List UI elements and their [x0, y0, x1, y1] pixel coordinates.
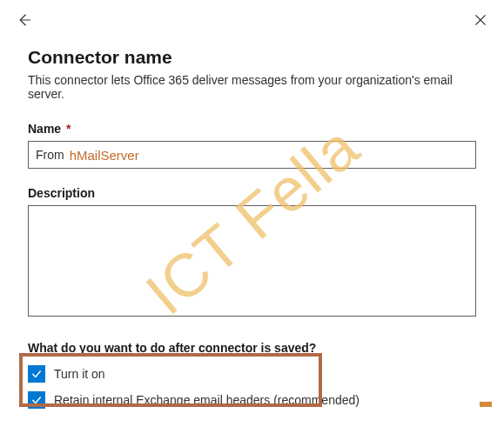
checkbox-retain-headers[interactable]	[28, 391, 45, 409]
name-input[interactable]: From hMailServer	[28, 141, 476, 169]
checkbox-row-retain-headers[interactable]: Retain internal Exchange email headers (…	[28, 391, 476, 409]
decorative-mark	[480, 402, 492, 407]
checkbox-label-retain-headers: Retain internal Exchange email headers (…	[54, 393, 360, 407]
back-button[interactable]	[12, 9, 35, 35]
arrow-left-icon	[16, 12, 31, 28]
checkbox-label-turn-on: Turn it on	[54, 367, 105, 381]
name-label-text: Name	[28, 122, 61, 136]
description-input[interactable]	[28, 205, 476, 317]
name-input-value: hMailServer	[70, 148, 139, 163]
name-input-prefix: From	[36, 148, 64, 162]
required-indicator: *	[66, 122, 71, 136]
name-label: Name *	[28, 122, 476, 136]
checkbox-turn-on[interactable]	[28, 365, 45, 383]
close-icon	[473, 12, 488, 28]
after-save-heading: What do you want to do after connector i…	[28, 341, 476, 355]
check-icon	[30, 394, 43, 406]
check-icon	[30, 368, 43, 380]
checkbox-row-turn-on[interactable]: Turn it on	[28, 365, 476, 383]
page-title: Connector name	[28, 47, 476, 68]
page-subtitle: This connector lets Office 365 deliver m…	[28, 73, 476, 101]
description-label: Description	[28, 186, 476, 200]
close-button[interactable]	[469, 9, 492, 35]
